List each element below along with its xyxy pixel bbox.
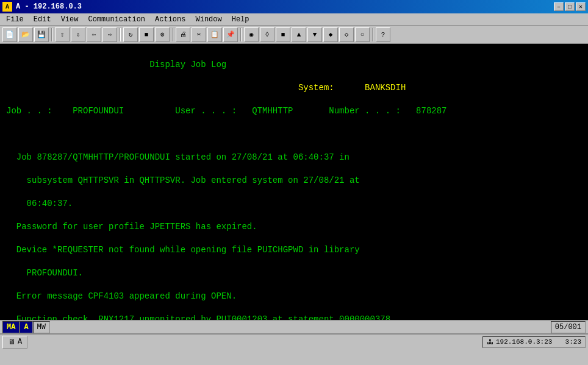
window-title: A - 192.168.0.3 — [16, 2, 82, 11]
menu-edit[interactable]: Edit — [29, 14, 56, 25]
status-page: 05/001 — [551, 321, 586, 333]
terminal-log-7: Error message CPF4103 appeared during OP… — [6, 291, 582, 302]
toolbar-sep3 — [172, 28, 173, 41]
toolbar-b5[interactable]: ▼ — [307, 27, 322, 42]
menu-help[interactable]: Help — [227, 14, 254, 25]
title-bar: A A - 192.168.0.3 – □ ✕ — [0, 0, 588, 13]
terminal-log-8: Function check. RNX1217 unmonitored by P… — [6, 314, 582, 320]
toolbar-copy[interactable]: 📋 — [207, 27, 222, 42]
status-mode-text: MA — [7, 323, 15, 331]
status-field2-text: MW — [37, 323, 46, 331]
status-bar: MA A MW 05/001 — [0, 320, 588, 333]
toolbar-right[interactable]: ⇨ — [102, 27, 117, 42]
toolbar-sep1 — [51, 28, 52, 41]
toolbar-print[interactable]: 🖨 — [176, 27, 190, 42]
status-field1-text: A — [24, 323, 28, 331]
taskbar-tray: 🖧 192.168.0.3:23 3:23 — [482, 336, 586, 348]
menu-view[interactable]: View — [56, 14, 84, 25]
toolbar-paste[interactable]: 📌 — [223, 27, 238, 42]
app-icon: A — [2, 2, 12, 12]
status-field2: MW — [33, 321, 50, 333]
toolbar-b1[interactable]: ◉ — [244, 27, 259, 42]
status-input-field[interactable]: A — [20, 321, 32, 333]
menu-actions[interactable]: Actions — [150, 14, 190, 25]
toolbar-up[interactable]: ⇧ — [55, 27, 70, 42]
menu-communication[interactable]: Communication — [83, 14, 150, 25]
terminal-log-1: Job 878287/QTMHHTTP/PROFOUNDUI started o… — [6, 152, 582, 163]
toolbar-down[interactable]: ⇩ — [71, 27, 85, 42]
terminal-system-line: System: BANKSDIH — [6, 82, 582, 94]
toolbar-stop[interactable]: ■ — [139, 27, 154, 42]
toolbar: 📄 📂 💾 ⇧ ⇩ ⇦ ⇨ ↻ ■ ⚙ 🖨 ✂ 📋 📌 ◉ ◊ ■ ▲ ▼ ◆ … — [0, 26, 588, 44]
status-mode: MA — [2, 321, 20, 333]
toolbar-b4[interactable]: ▲ — [292, 27, 306, 42]
maximize-button[interactable]: □ — [565, 2, 575, 11]
toolbar-b2[interactable]: ◊ — [260, 27, 274, 42]
toolbar-b3[interactable]: ■ — [276, 27, 290, 42]
toolbar-open[interactable]: 📂 — [18, 27, 33, 42]
terminal-blank1 — [6, 129, 582, 140]
status-page-text: 05/001 — [555, 323, 581, 331]
toolbar-sep2 — [120, 28, 121, 41]
tray-time: 3:23 — [565, 338, 581, 346]
terminal-job-line: Job . . : PROFOUNDUI User . . . : QTMHHT… — [6, 105, 582, 117]
menu-bar: File Edit View Communication Actions Win… — [0, 13, 588, 26]
toolbar-settings[interactable]: ⚙ — [155, 27, 170, 42]
toolbar-b7[interactable]: ◇ — [339, 27, 354, 42]
terminal-log-4: Password for user profile JPETTERS has e… — [6, 221, 582, 233]
toolbar-left[interactable]: ⇦ — [87, 27, 101, 42]
taskbar-app-button[interactable]: 🖥 A — [2, 336, 27, 349]
close-button[interactable]: ✕ — [576, 2, 586, 11]
toolbar-refresh[interactable]: ↻ — [123, 27, 138, 42]
toolbar-cut[interactable]: ✂ — [192, 27, 206, 42]
toolbar-b6[interactable]: ◆ — [323, 27, 338, 42]
terminal-log-2: subsystem QHTTPSVR in QHTTPSVR. Job ente… — [6, 175, 582, 186]
toolbar-help[interactable]: ? — [376, 27, 390, 42]
tray-network-icon: 🖧 — [487, 338, 493, 346]
terminal-log-5: Device *REQUESTER not found while openin… — [6, 244, 582, 256]
terminal-title-line: Display Job Log — [6, 59, 582, 71]
tray-ip-text: 192.168.0.3:23 — [496, 338, 552, 346]
taskbar-app-icon: 🖥 — [8, 338, 15, 347]
minimize-button[interactable]: – — [554, 2, 564, 11]
menu-window[interactable]: Window — [190, 14, 226, 25]
toolbar-sep5 — [372, 28, 373, 41]
toolbar-sep4 — [240, 28, 242, 41]
toolbar-save[interactable]: 💾 — [34, 27, 49, 42]
taskbar: 🖥 A 🖧 192.168.0.3:23 3:23 — [0, 333, 588, 349]
terminal-log-6: PROFOUNDUI. — [6, 268, 582, 279]
taskbar-app-label: A — [18, 338, 22, 346]
terminal-log-3: 06:40:37. — [6, 198, 582, 210]
toolbar-b8[interactable]: ○ — [355, 27, 370, 42]
menu-file[interactable]: File — [1, 14, 29, 25]
terminal[interactable]: Display Job Log System: BANKSDIH Job . .… — [0, 44, 588, 320]
toolbar-new[interactable]: 📄 — [2, 27, 17, 42]
